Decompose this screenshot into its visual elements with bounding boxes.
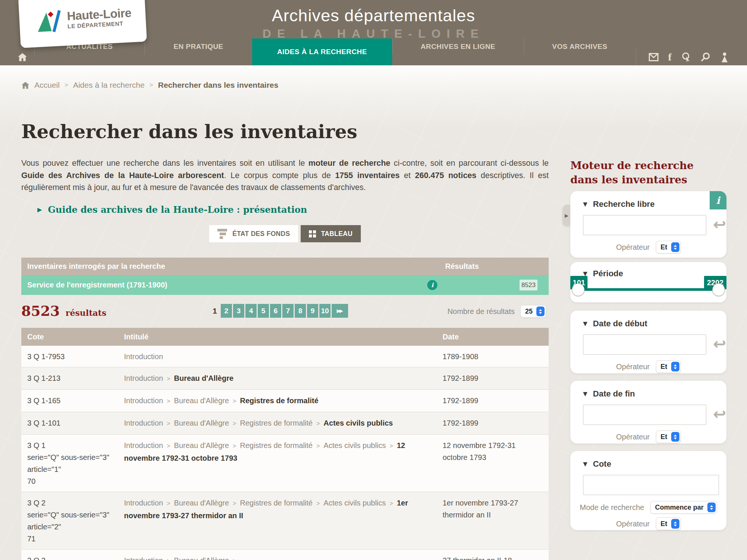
operator-select[interactable]: Et bbox=[656, 241, 681, 253]
per-page-control: Nombre de résultats 25 bbox=[447, 305, 546, 318]
intro-bold-segment: 1755 inventaires bbox=[335, 171, 400, 180]
mail-icon[interactable] bbox=[649, 53, 658, 61]
table-row[interactable]: 3 Q 2serie="Q" sous-serie="3" article="2… bbox=[21, 492, 549, 550]
info-icon[interactable]: i bbox=[427, 280, 437, 290]
operator-select[interactable]: Et bbox=[656, 360, 681, 373]
nav-item-vos-archives[interactable]: VOS ARCHIVES bbox=[524, 38, 636, 55]
nav-item-aides-a-la-recherche[interactable]: AIDES À LA RECHERCHE bbox=[252, 38, 392, 65]
date-de-fin-input[interactable] bbox=[583, 405, 706, 425]
media-library-icon[interactable] bbox=[681, 52, 691, 62]
per-page-select[interactable]: 25 bbox=[520, 305, 546, 318]
guide-link[interactable]: ▶ Guide des archives de la Haute-Loire :… bbox=[37, 204, 307, 215]
path-segment: Introduction bbox=[124, 419, 163, 427]
table-row[interactable]: 3 Q 1-7953Introduction1789-1908 bbox=[21, 346, 549, 367]
collapse-arrow-icon: ▼ bbox=[583, 320, 588, 327]
view-button-etat-des-fonds[interactable]: ÉTAT DES FONDS bbox=[209, 225, 298, 242]
range-track bbox=[577, 288, 720, 291]
path-segment-current: Bureau d'Allègre bbox=[174, 374, 233, 382]
page-button-6[interactable]: 6 bbox=[270, 304, 281, 318]
nav-icons: f bbox=[636, 49, 747, 65]
path-separator: > bbox=[316, 420, 320, 427]
panel-header-recherche-libre[interactable]: ▼Recherche libre bbox=[578, 199, 719, 209]
cell-date: 1792-1899 bbox=[443, 412, 549, 434]
table-row[interactable]: 3 Q 3Introduction>Bureau d'Allègre>27 th… bbox=[21, 550, 549, 560]
range-handle-max[interactable] bbox=[712, 283, 725, 296]
table-row[interactable]: 3 Q 1-101Introduction>Bureau d'Allègre>R… bbox=[21, 412, 549, 435]
cote-line: 70 bbox=[27, 475, 117, 487]
facebook-icon[interactable]: f bbox=[668, 52, 672, 62]
panel-title: Date de début bbox=[593, 319, 647, 329]
results-count-number: 8523 bbox=[21, 303, 60, 319]
side-tab-arrow-icon: ▶ bbox=[565, 213, 568, 218]
range-handle-min[interactable] bbox=[572, 283, 585, 296]
view-button-tableau[interactable]: TABLEAU bbox=[301, 225, 360, 242]
per-page-label: Nombre de résultats bbox=[447, 307, 515, 316]
intro-bold-segment: Guide des Archives de la Haute-Loire arb… bbox=[21, 171, 224, 180]
operator-label: Opérateur bbox=[616, 243, 650, 252]
panel-title: Période bbox=[593, 269, 623, 279]
path-segment: Introduction bbox=[124, 499, 163, 507]
path-segment: Registres de formalité bbox=[240, 441, 313, 449]
return-arrow-icon[interactable]: ↩ bbox=[713, 215, 726, 234]
page-button-10[interactable]: 10 bbox=[319, 304, 331, 318]
inventory-row[interactable]: Service de l'enregistrement (1791-1900) … bbox=[21, 275, 549, 295]
search-icon[interactable] bbox=[701, 52, 710, 62]
account-icon[interactable] bbox=[720, 52, 729, 62]
panel-header-cote[interactable]: ▼Cote bbox=[578, 459, 719, 469]
sidebar-collapse-handle[interactable]: ▶ bbox=[563, 205, 570, 226]
inventory-table-header: Inventaires interrogés par la recherche … bbox=[21, 258, 549, 275]
date-de-debut-input[interactable] bbox=[583, 335, 706, 355]
page-button-2[interactable]: 2 bbox=[221, 304, 232, 318]
operator-select[interactable]: Et bbox=[656, 517, 681, 530]
cell-intitule: Introduction bbox=[124, 346, 443, 367]
fast-forward-button[interactable]: ▶▶ bbox=[332, 304, 348, 318]
mode-select[interactable]: Commence par bbox=[650, 501, 717, 514]
intro-segment: . Le corpus compte plus de bbox=[224, 171, 335, 180]
path-separator: > bbox=[233, 500, 236, 507]
intro-segment: ci-contre, soit en parcourant ci-dessous… bbox=[390, 159, 549, 168]
cell-cote: 3 Q 1-7953 bbox=[21, 346, 124, 367]
panel-title: Recherche libre bbox=[593, 199, 655, 209]
department-logo[interactable]: Haute-Loire LE DÉPARTEMENT bbox=[18, 0, 147, 48]
cell-date: 1792-1899 bbox=[443, 390, 549, 412]
path-segment: Introduction bbox=[124, 441, 163, 449]
table-row[interactable]: 3 Q 1serie="Q" sous-serie="3" article="1… bbox=[21, 435, 549, 492]
panel-title: Cote bbox=[593, 459, 611, 469]
page-button-8[interactable]: 8 bbox=[295, 304, 306, 318]
pagination-current-page: 1 bbox=[210, 307, 220, 315]
panel-header-date-de-debut[interactable]: ▼Date de début bbox=[578, 319, 719, 329]
operator-select[interactable]: Et bbox=[656, 430, 681, 443]
path-segment: Bureau d'Allègre bbox=[174, 499, 229, 507]
path-separator: > bbox=[167, 376, 170, 382]
return-arrow-icon[interactable]: ↩ bbox=[713, 335, 726, 354]
page-button-4[interactable]: 4 bbox=[245, 304, 257, 318]
results-header-label: Résultats bbox=[434, 262, 490, 271]
results-bar: 8523 résultats 12345678910▶▶ Nombre de r… bbox=[21, 303, 549, 320]
page-button-9[interactable]: 9 bbox=[307, 304, 318, 318]
collapse-arrow-icon: ▼ bbox=[583, 391, 588, 397]
panel-header-periode[interactable]: ▼Période bbox=[578, 269, 719, 279]
nav-item-en-pratique[interactable]: EN PRATIQUE bbox=[145, 38, 252, 55]
return-arrow-icon[interactable]: ↩ bbox=[713, 405, 726, 424]
path-separator: > bbox=[233, 420, 236, 427]
intro-paragraph: Vous pouvez effectuer une recherche dans… bbox=[21, 157, 549, 194]
nav-home[interactable] bbox=[10, 49, 34, 65]
mode-row: Mode de rechercheCommence par bbox=[578, 501, 719, 514]
page-button-3[interactable]: 3 bbox=[233, 304, 244, 318]
cell-cote: 3 Q 1-101 bbox=[21, 412, 124, 434]
page: Haute-Loire LE DÉPARTEMENT Archives dépa… bbox=[0, 0, 747, 560]
table-row[interactable]: 3 Q 1-165Introduction>Bureau d'Allègre>R… bbox=[21, 390, 549, 412]
page-button-5[interactable]: 5 bbox=[258, 304, 269, 318]
operator-row: OpérateurEt bbox=[578, 241, 719, 253]
table-row[interactable]: 3 Q 1-213Introduction>Bureau d'Allègre17… bbox=[21, 367, 549, 390]
page-button-7[interactable]: 7 bbox=[282, 304, 294, 318]
cote-input[interactable] bbox=[583, 475, 719, 495]
panel-header-date-de-fin[interactable]: ▼Date de fin bbox=[578, 389, 719, 399]
main-content: Rechercher dans les inventaires Vous pou… bbox=[21, 65, 549, 560]
path-segment: Introduction bbox=[124, 352, 163, 361]
panel-info-icon[interactable]: i bbox=[710, 191, 726, 209]
path-segment-current: Actes civils publics bbox=[323, 419, 393, 427]
panel-cote: ▼CoteMode de rechercheCommence parOpérat… bbox=[570, 451, 726, 530]
nav-item-archives-en-ligne[interactable]: ARCHIVES EN LIGNE bbox=[392, 38, 524, 55]
recherche-libre-input[interactable] bbox=[583, 215, 706, 235]
